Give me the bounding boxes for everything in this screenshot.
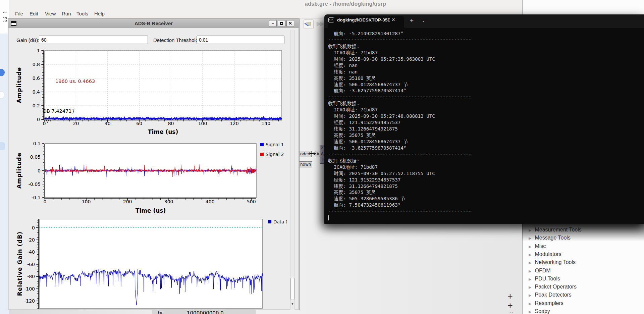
correlation-plot[interactable]: 1960 us. 0.4663DB 7.42471}00.20.40.60.81… <box>14 47 286 139</box>
block-category-modulators[interactable]: ▶Modulators <box>529 251 561 257</box>
scrollbar-down-arrow[interactable]: ▼ <box>290 301 294 307</box>
svg-text:120: 120 <box>230 121 239 126</box>
window-scrollbar[interactable] <box>290 30 295 310</box>
block-port-unknown[interactable]: nown <box>299 161 312 167</box>
tab-dropdown-icon[interactable]: ⌄ <box>422 18 425 23</box>
svg-text:80: 80 <box>168 121 174 126</box>
menu-file[interactable]: File <box>15 11 23 16</box>
block-category-pdu-tools[interactable]: ▶PDU Tools <box>529 276 560 282</box>
block-param-name: ts <box>158 310 162 314</box>
terminal-line: 纬度: 31.12664794921875 <box>328 126 644 132</box>
svg-text:400: 400 <box>206 199 215 204</box>
block-category-resamplers[interactable]: ▶Resamplers <box>529 300 564 306</box>
scrollbar-thumb[interactable] <box>290 278 294 300</box>
tab-close-icon[interactable]: ✕ <box>391 17 395 22</box>
chevron-right-icon: ▶ <box>529 269 531 273</box>
svg-text:0.4: 0.4 <box>33 89 40 95</box>
gain-label: Gain (dB): <box>16 37 39 43</box>
svg-text:-0.1: -0.1 <box>32 195 41 200</box>
terminal-window: c:\ dogking@DESKTOP-35DN200 ✕ + ⌄ 航向: -5… <box>324 14 644 224</box>
chevron-right-icon: ▶ <box>529 293 531 297</box>
fast-forward-icon[interactable]: ▶▶ <box>317 20 323 27</box>
svg-text:0: 0 <box>32 225 35 230</box>
svg-text:0.6: 0.6 <box>33 75 40 81</box>
terminal-output[interactable]: 航向: -5.214928291301287°-----------------… <box>324 28 644 224</box>
svg-text:Time (us): Time (us) <box>148 128 178 135</box>
svg-text:100: 100 <box>82 199 91 204</box>
svg-text:500: 500 <box>247 199 256 204</box>
menu-run[interactable]: Run <box>62 11 71 16</box>
terminal-line: 高度: 35075 英尺 <box>328 132 644 139</box>
terminal-line: 航向: -3.6257759870587414° <box>328 145 644 151</box>
chevron-down-icon[interactable]: ﹀ <box>509 310 514 314</box>
terminal-line: 经度: 121.91522934857537 <box>328 177 644 183</box>
block-category-networking-tools[interactable]: ▶Networking Tools <box>529 259 576 265</box>
terminal-line: 航向: -3.6257759870587414° <box>328 88 644 94</box>
svg-text:60: 60 <box>136 121 142 126</box>
canvas-zoom-out-button[interactable]: + <box>507 301 513 311</box>
svg-text:0: 0 <box>44 199 47 204</box>
svg-text:-40: -40 <box>27 249 35 255</box>
adsb-receiver-window: ADS-B Receiver – ✕ Gain (dB): Detection … <box>8 18 300 310</box>
terminal-line: 收到飞机数据: <box>328 43 644 50</box>
canvas-zoom-in-button[interactable]: + <box>507 291 513 302</box>
svg-text:140: 140 <box>261 121 270 126</box>
dock-app-icon[interactable] <box>0 142 5 150</box>
menu-edit[interactable]: Edit <box>30 11 38 16</box>
svg-text:Signal 1: Signal 1 <box>266 142 284 147</box>
svg-text:Amplitude: Amplitude <box>16 153 22 189</box>
svg-text:-120: -120 <box>24 298 35 304</box>
terminal-cursor <box>328 215 329 220</box>
zoom-fit-icon[interactable] <box>304 19 314 29</box>
chevron-right-icon: ▶ <box>529 302 531 306</box>
svg-text:0: 0 <box>38 168 41 173</box>
terminal-line: 纬度: nan <box>328 69 644 75</box>
menu-view[interactable]: View <box>45 11 56 16</box>
threshold-label: Detection Threshold: <box>153 37 200 43</box>
menu-tools[interactable]: Tools <box>76 11 88 16</box>
terminal-line: 收到飞机数据: <box>328 100 644 107</box>
block-category-packet-operators[interactable]: ▶Packet Operators <box>529 284 577 290</box>
menu-help[interactable]: Help <box>94 11 105 16</box>
svg-text:Relative Gain (dB): Relative Gain (dB) <box>16 231 23 296</box>
close-button[interactable]: ✕ <box>286 20 294 27</box>
terminal-line: ----------------------------------------… <box>328 37 644 43</box>
svg-text:300: 300 <box>164 199 173 204</box>
chevron-right-icon: ▶ <box>529 277 531 281</box>
terminal-line: ----------------------------------------… <box>328 94 644 100</box>
svg-text:Data 0: Data 0 <box>273 219 287 224</box>
terminal-line: ICAO地址: 71bd87 <box>328 107 644 113</box>
signal-plot[interactable]: -0.1-0.0500.050.10100200300400500Time (u… <box>14 140 286 216</box>
svg-text:0: 0 <box>43 121 46 126</box>
chevron-right-icon: ▶ <box>529 261 531 265</box>
svg-text:-60: -60 <box>27 262 35 267</box>
gain-plot[interactable]: 0-20-40-60-80-100-120Relative Gain (dB)D… <box>14 217 287 309</box>
block-category-misc[interactable]: ▶Misc <box>529 243 546 249</box>
terminal-line: 高度: 35100 英尺 <box>328 75 644 82</box>
svg-text:-100: -100 <box>24 286 35 292</box>
back-arrow-icon[interactable]: ← <box>2 7 8 15</box>
svg-text:200: 200 <box>123 199 132 204</box>
svg-text:-20: -20 <box>27 237 35 243</box>
svg-text:Time (us): Time (us) <box>136 207 166 214</box>
maximize-button[interactable] <box>278 20 285 27</box>
block-edge[interactable]: Z A T <box>320 145 324 164</box>
terminal-line: 经度: nan <box>328 62 644 69</box>
chevron-right-icon: ▶ <box>529 310 531 314</box>
minimize-button[interactable]: – <box>269 20 277 27</box>
terminal-line: ICAO地址: 71bd87 <box>328 164 644 170</box>
app-grid-icon[interactable] <box>3 17 7 22</box>
threshold-input[interactable] <box>197 36 284 44</box>
block-category-ofdm[interactable]: ▶OFDM <box>529 268 551 274</box>
adsb-window-title: ADS-B Receiver <box>8 20 299 26</box>
block-category-peak-detectors[interactable]: ▶Peak Detectors <box>529 292 572 298</box>
new-tab-button[interactable]: + <box>410 17 414 24</box>
block-param-value: 1000000000.0 <box>187 310 224 314</box>
gain-input[interactable] <box>39 36 148 44</box>
chevron-right-icon: ▶ <box>529 253 531 257</box>
svg-text:-0.05: -0.05 <box>29 181 41 187</box>
block-category-soapy[interactable]: ▶Soapy <box>529 308 550 314</box>
block-port-decoded[interactable]: oded <box>299 151 312 157</box>
chevron-right-icon: ▶ <box>529 285 531 289</box>
svg-text:1960 us. 0.4663: 1960 us. 0.4663 <box>55 78 95 84</box>
